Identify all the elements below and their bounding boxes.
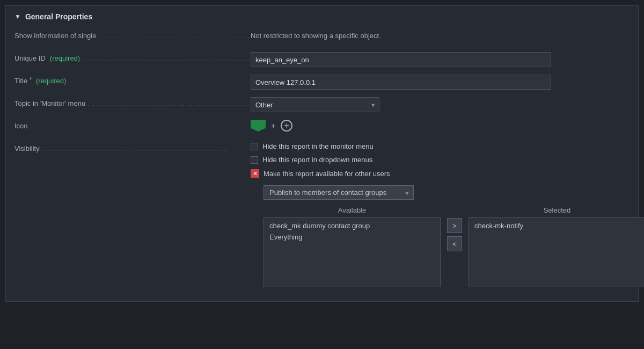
- icon-plus-separator: +: [271, 121, 275, 130]
- visibility-check2-row: Hide this report in dropdown menus: [251, 156, 644, 164]
- topic-row: Topic in 'Monitor' menu ................…: [14, 97, 630, 112]
- general-properties-panel: ▼ General Properties Show information of…: [5, 5, 639, 302]
- visibility-check3-row: ✕ Make this report available for other u…: [251, 169, 644, 178]
- available-list-box[interactable]: check_mk dummy contact group Everything: [264, 217, 441, 287]
- show-info-label: Show information of single .............…: [14, 30, 251, 40]
- topic-select-wrapper[interactable]: Other Overview Hosts Services: [251, 97, 379, 112]
- make-available-label: Make this report available for other use…: [264, 170, 390, 178]
- hide-monitor-menu-label: Hide this report in the monitor menu: [262, 142, 374, 150]
- icon-label: Icon ...................................…: [14, 120, 251, 130]
- selected-list-container: Selected check-mk-notify: [469, 206, 644, 287]
- topic-label: Topic in 'Monitor' menu ................…: [14, 97, 251, 107]
- publish-dropdown-label: Publish to members of contact groups: [269, 188, 386, 197]
- visibility-check1-row: Hide this report in the monitor menu: [251, 142, 644, 150]
- title-label: Title * (required) .....................…: [14, 75, 251, 85]
- add-icon-button[interactable]: +: [281, 120, 292, 132]
- unique-id-label: Unique ID (required) ...................…: [14, 52, 251, 62]
- available-item-2[interactable]: Everything: [266, 231, 438, 243]
- available-list-container: Available check_mk dummy contact group E…: [264, 206, 441, 287]
- visibility-value: Hide this report in the monitor menu Hid…: [251, 142, 644, 287]
- show-info-value: Not restricted to showing a specific obj…: [251, 30, 630, 40]
- selected-header: Selected: [469, 206, 644, 214]
- move-left-button[interactable]: <: [447, 236, 462, 251]
- unique-id-row: Unique ID (required) ...................…: [14, 52, 630, 67]
- title-row: Title * (required) .....................…: [14, 75, 630, 90]
- panel-header: ▼ General Properties: [14, 12, 630, 21]
- hide-dropdown-label: Hide this report in dropdown menus: [262, 156, 372, 164]
- available-header: Available: [264, 206, 441, 214]
- topic-select[interactable]: Other Overview Hosts Services: [251, 97, 379, 112]
- unique-id-value[interactable]: [251, 52, 630, 67]
- show-info-row: Show information of single .............…: [14, 30, 630, 45]
- icon-value: + +: [251, 120, 630, 132]
- panel-title: General Properties: [25, 12, 92, 21]
- transfer-buttons: > <: [447, 218, 462, 251]
- hide-monitor-menu-checkbox[interactable]: [251, 143, 258, 150]
- publish-dropdown-wrapper[interactable]: Publish to members of contact groups: [264, 185, 644, 200]
- unique-id-input[interactable]: [251, 52, 551, 67]
- available-item-1[interactable]: check_mk dummy contact group: [266, 220, 438, 231]
- flag-icon[interactable]: [251, 120, 266, 132]
- visibility-row: Visibility .............................…: [14, 142, 630, 287]
- title-input[interactable]: [251, 75, 551, 90]
- hide-dropdown-checkbox[interactable]: [251, 156, 258, 164]
- icon-row: Icon ...................................…: [14, 120, 630, 135]
- make-available-x-button[interactable]: ✕: [251, 169, 259, 178]
- move-right-button[interactable]: >: [447, 218, 462, 233]
- selected-item-1[interactable]: check-mk-notify: [471, 220, 643, 231]
- selected-list-box[interactable]: check-mk-notify: [469, 217, 644, 287]
- publish-dropdown-button[interactable]: Publish to members of contact groups: [264, 185, 414, 200]
- title-asterisk: *: [30, 77, 32, 83]
- icon-row-inner: + +: [251, 120, 630, 132]
- visibility-label: Visibility .............................…: [14, 142, 251, 152]
- transfer-section: Available check_mk dummy contact group E…: [264, 206, 644, 287]
- title-value[interactable]: [251, 75, 630, 90]
- topic-value[interactable]: Other Overview Hosts Services: [251, 97, 630, 112]
- collapse-icon[interactable]: ▼: [14, 13, 21, 20]
